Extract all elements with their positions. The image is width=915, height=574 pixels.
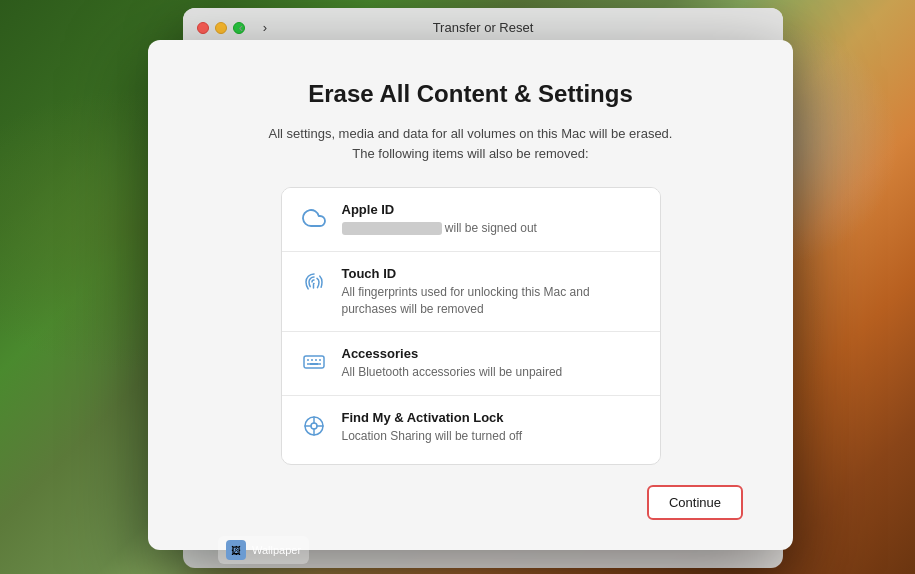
wallpaper-label: Wallpaper: [252, 544, 301, 556]
cloud-icon: [300, 204, 328, 232]
svg-point-9: [311, 423, 317, 429]
findmy-icon: [300, 412, 328, 440]
window-title: Transfer or Reset: [433, 20, 534, 35]
continue-button[interactable]: Continue: [647, 485, 743, 520]
dialog-title: Erase All Content & Settings: [308, 80, 633, 108]
close-button[interactable]: [197, 22, 209, 34]
touch-id-desc: All fingerprints used for unlocking this…: [342, 284, 642, 318]
back-arrow[interactable]: ‹: [231, 18, 251, 38]
accessories-item: Accessories All Bluetooth accessories wi…: [282, 332, 660, 396]
minimize-button[interactable]: [215, 22, 227, 34]
touch-id-title: Touch ID: [342, 266, 642, 281]
find-my-item: Find My & Activation Lock Location Shari…: [282, 396, 660, 459]
apple-id-title: Apple ID: [342, 202, 537, 217]
dialog-content: Erase All Content & Settings All setting…: [148, 40, 793, 550]
apple-id-desc: will be signed out: [342, 220, 537, 237]
svg-rect-0: [304, 356, 324, 368]
fingerprint-icon: [300, 268, 328, 296]
keyboard-icon: [300, 348, 328, 376]
find-my-text: Find My & Activation Lock Location Shari…: [342, 410, 523, 445]
apple-id-text: Apple ID will be signed out: [342, 202, 537, 237]
items-list: Apple ID will be signed out: [281, 187, 661, 465]
erase-dialog-window: Erase All Content & Settings All setting…: [148, 40, 793, 550]
find-my-desc: Location Sharing will be turned off: [342, 428, 523, 445]
wallpaper-dock-item[interactable]: 🖼 Wallpaper: [218, 536, 309, 564]
accessories-text: Accessories All Bluetooth accessories wi…: [342, 346, 563, 381]
find-my-title: Find My & Activation Lock: [342, 410, 523, 425]
wallpaper-icon: 🖼: [226, 540, 246, 560]
accessories-title: Accessories: [342, 346, 563, 361]
accessories-desc: All Bluetooth accessories will be unpair…: [342, 364, 563, 381]
touch-id-item: Touch ID All fingerprints used for unloc…: [282, 252, 660, 333]
nav-arrows: ‹ ›: [231, 18, 275, 38]
touch-id-text: Touch ID All fingerprints used for unloc…: [342, 266, 642, 318]
apple-id-item: Apple ID will be signed out: [282, 188, 660, 252]
redacted-email: [342, 222, 442, 235]
dialog-footer: Continue: [198, 465, 743, 520]
dialog-subtitle: All settings, media and data for all vol…: [269, 124, 673, 163]
forward-arrow[interactable]: ›: [255, 18, 275, 38]
